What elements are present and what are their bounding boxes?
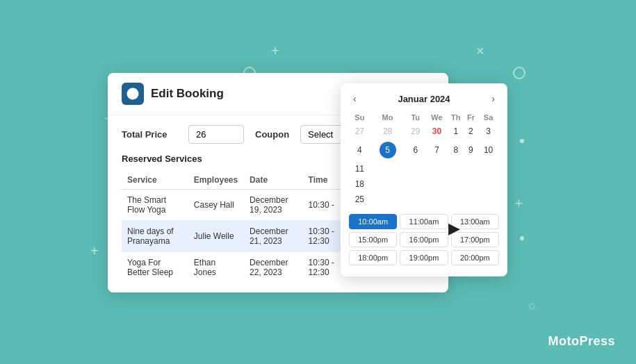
dow-mo: Mo	[370, 111, 405, 124]
service-employee-1: Casey Hall	[188, 190, 244, 221]
cal-day[interactable]	[448, 161, 464, 176]
service-date-3: December 22, 2023	[244, 252, 303, 283]
cal-day[interactable]	[405, 192, 426, 207]
deco-circle-2	[513, 67, 525, 79]
dow-sa: Sa	[478, 111, 499, 124]
service-date-2: December 21, 2023	[244, 221, 303, 252]
time-slot-1600[interactable]: 16:00pm	[400, 232, 448, 247]
calendar-prev-btn[interactable]: ‹	[349, 92, 361, 106]
col-date: Date	[244, 171, 303, 190]
service-time-2: 10:30 - 12:30	[303, 221, 343, 252]
dow-su: Su	[349, 111, 370, 124]
cal-day[interactable]: 28	[370, 124, 405, 139]
dow-th: Th	[448, 111, 464, 124]
deco-cross-1: +	[271, 43, 279, 59]
cal-day[interactable]	[370, 176, 405, 192]
cal-week-2: 4 5 6 7 8 9 10	[349, 139, 499, 161]
cal-day[interactable]: 4	[349, 139, 370, 161]
cal-day[interactable]	[370, 192, 405, 207]
cal-day[interactable]: 8	[448, 139, 464, 161]
deco-dot-1	[520, 139, 524, 143]
cal-day-today[interactable]: 5	[370, 139, 405, 161]
time-slots-container: 10:00am 11:00am 13:00am 15:00pm 16:00pm …	[349, 214, 499, 265]
service-name-3: Yoga For Better Sleep	[122, 252, 188, 283]
time-slot-2000[interactable]: 20:00pm	[451, 250, 499, 265]
cal-day[interactable]	[478, 192, 499, 207]
cal-day[interactable]: 3	[478, 124, 499, 139]
cal-week-1: 27 28 29 30 1 2 3	[349, 124, 499, 139]
coupon-label: Coupon	[255, 129, 289, 140]
motopress-brand: MotoPress	[548, 334, 615, 349]
cal-day[interactable]	[426, 176, 448, 192]
time-row-2: 15:00pm 16:00pm 17:00pm	[349, 232, 499, 247]
total-price-input[interactable]	[188, 125, 244, 144]
cal-day[interactable]: 27	[349, 124, 370, 139]
calendar-grid: Su Mo Tu We Th Fr Sa 27 28 29 30 1 2 3 4…	[349, 111, 499, 207]
cal-day[interactable]	[478, 176, 499, 192]
deco-circle-3: ○	[528, 299, 536, 313]
time-row-1: 10:00am 11:00am 13:00am	[349, 214, 499, 229]
cal-day[interactable]: 18	[349, 176, 370, 192]
cal-week-5: 25	[349, 192, 499, 207]
time-slot-1000[interactable]: 10:00am	[349, 214, 397, 229]
service-date-1: December 19, 2023	[244, 190, 303, 221]
cal-day[interactable]: 9	[464, 139, 478, 161]
deco-cross-2: ×	[476, 43, 484, 59]
service-name-2: Nine days of Pranayama	[122, 221, 188, 252]
time-slot-1500[interactable]: 15:00pm	[349, 232, 397, 247]
cal-day[interactable]	[426, 192, 448, 207]
service-time-1: 10:30 -	[303, 190, 343, 221]
cal-week-4: 18	[349, 176, 499, 192]
cal-day[interactable]	[426, 161, 448, 176]
wordpress-icon	[122, 83, 144, 105]
cal-day[interactable]: 10	[478, 139, 499, 161]
col-employees: Employees	[188, 171, 244, 190]
service-name-1: The Smart Flow Yoga	[122, 190, 188, 221]
calendar-popup: ‹ Januar 2024 › Su Mo Tu We Th Fr Sa 27 …	[341, 83, 507, 276]
col-service: Service	[122, 171, 188, 190]
time-slot-1300[interactable]: 13:00am	[451, 214, 499, 229]
time-slot-1700[interactable]: 17:00pm	[451, 232, 499, 247]
service-time-3: 10:30 - 12:30	[303, 252, 343, 283]
cal-day[interactable]: 7	[426, 139, 448, 161]
cal-day[interactable]	[464, 192, 478, 207]
deco-plus-1: +	[514, 195, 523, 213]
cal-day[interactable]	[448, 176, 464, 192]
cal-week-3: 11	[349, 161, 499, 176]
cal-day[interactable]	[464, 176, 478, 192]
calendar-nav: ‹ Januar 2024 ›	[349, 92, 499, 106]
service-employee-3: Ethan Jones	[188, 252, 244, 283]
col-time: Time	[303, 171, 343, 190]
cal-day[interactable]	[370, 161, 405, 176]
cal-day[interactable]	[478, 161, 499, 176]
time-row-3: 18:00pm 19:00pm 20:00pm	[349, 250, 499, 265]
service-employee-2: Julie Welle	[188, 221, 244, 252]
cal-day[interactable]: 1	[448, 124, 464, 139]
cal-day[interactable]: 30	[426, 124, 448, 139]
time-slot-1900[interactable]: 19:00pm	[400, 250, 448, 265]
cal-day[interactable]: 11	[349, 161, 370, 176]
cal-day[interactable]	[448, 192, 464, 207]
deco-cross-4: +	[90, 243, 99, 259]
cal-day[interactable]: 29	[405, 124, 426, 139]
calendar-month: Januar 2024	[398, 94, 450, 104]
time-slot-1100[interactable]: 11:00am	[400, 214, 448, 229]
cal-day[interactable]: 25	[349, 192, 370, 207]
deco-dot-2	[520, 236, 524, 240]
booking-title: Edit Booking	[151, 87, 224, 101]
cal-day[interactable]	[464, 161, 478, 176]
cal-day[interactable]: 2	[464, 124, 478, 139]
dow-tu: Tu	[405, 111, 426, 124]
cal-day[interactable]: 6	[405, 139, 426, 161]
time-slot-1800[interactable]: 18:00pm	[349, 250, 397, 265]
dow-we: We	[426, 111, 448, 124]
total-price-label: Total Price	[122, 129, 177, 140]
calendar-next-btn[interactable]: ›	[487, 92, 499, 106]
cal-day[interactable]	[405, 161, 426, 176]
dow-fr: Fr	[464, 111, 478, 124]
cal-day[interactable]	[405, 176, 426, 192]
